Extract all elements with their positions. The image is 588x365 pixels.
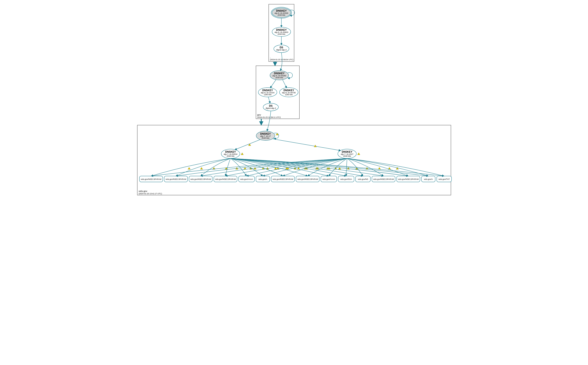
rrset-r7-label: vets.gov/NSEC3PARAM: [297, 178, 318, 180]
rrset-r9-label: vets.gov/SOA: [340, 178, 352, 180]
rrset-r12-label: vets.gov/NSEC3PARAM: [398, 178, 418, 180]
zone-gov-time: (2024-01-23 12:39:11 UTC): [257, 116, 281, 118]
edge-zsk2-r7: [308, 158, 347, 176]
warning-icon: !: [274, 167, 277, 169]
node-root-zsk: DNSKEY alg=8, id=30903 2048 bits: [272, 27, 291, 36]
dnssec-graph: . (2024-01-23 10:59:04 UTC) DNSKEY alg=8…: [135, 0, 453, 197]
edge-vets-ksk-zsk2: [273, 139, 341, 151]
svg-text:2048 bits: 2048 bits: [277, 14, 285, 16]
zone-vets-box: [137, 125, 451, 195]
svg-text:DNSKEY: DNSKEY: [274, 72, 284, 75]
svg-text:!: !: [339, 168, 340, 169]
zone-gov-label: gov: [257, 113, 261, 116]
svg-text:!: !: [201, 168, 202, 169]
svg-text:!: !: [379, 168, 379, 169]
zone-root-time: (2024-01-23 10:59:04 UTC): [270, 58, 294, 61]
warning-icon: !: [188, 167, 190, 169]
svg-text:!: !: [358, 153, 359, 155]
rrset-r3-label: vets.gov/NSEC3PARAM: [215, 178, 236, 180]
rrset-r8-label: vets.gov/AAAA: [322, 178, 335, 180]
svg-text:!: !: [226, 168, 226, 169]
svg-text:!: !: [286, 168, 287, 169]
svg-text:DNSKEY: DNSKEY: [276, 9, 287, 12]
rrset-r0-label: vets.gov/NSEC3PARAM: [141, 178, 161, 180]
svg-text:!: !: [315, 146, 315, 147]
svg-text:2048 bits: 2048 bits: [343, 155, 351, 157]
node-root-ksk: DNSKEY alg=8, id=20326 2048 bits: [271, 7, 292, 18]
node-vets-ksk: DNSKEY alg=7, id=17 2048 bits: [256, 131, 275, 140]
rrset-r14-label: vets.gov/TXT: [438, 178, 450, 180]
warning-icon: !: [248, 144, 251, 146]
warning-icon: !: [378, 167, 381, 169]
svg-text:!: !: [245, 168, 245, 169]
svg-text:digest alg=2: digest alg=2: [276, 49, 287, 51]
rrset-r10-label: vets.gov/NS: [358, 178, 368, 180]
node-vets-zsk1: DNSKEY alg=7, id=50534 2048 bits: [221, 149, 240, 158]
node-root-ds: DS digest alg=2: [274, 45, 289, 53]
node-gov-zsk2: DNSKEY alg=8, id=49735 1280 bits: [280, 88, 298, 97]
edge-gov-ksk-zsk2: [282, 79, 287, 88]
svg-text:!: !: [275, 168, 276, 169]
svg-text:!: !: [397, 168, 397, 169]
node-gov-zsk1: DNSKEY alg=8, id=10104 1280 bits: [258, 88, 277, 97]
node-gov-ksk: DNSKEY alg=8, id=64280 2048 bits: [270, 71, 289, 80]
svg-text:digest alg=2: digest alg=2: [266, 107, 276, 109]
zone-vets-time: (2024-01-23 13:41:17 UTC): [139, 193, 162, 195]
svg-text:!: !: [242, 153, 242, 155]
rrset-r1-label: vets.gov/NSEC3PARAM: [165, 178, 186, 180]
svg-text:DNSKEY: DNSKEY: [260, 132, 271, 135]
edge-zsk2-r8: [329, 158, 347, 176]
edge-zsk2-r14: [347, 158, 444, 176]
edge-gov-zsk1-ds: [268, 97, 270, 103]
svg-text:!: !: [189, 168, 189, 169]
svg-text:DNSKEY: DNSKEY: [283, 89, 294, 92]
svg-text:1280 bits: 1280 bits: [264, 93, 271, 96]
node-gov-ds: DS digest alg=2: [263, 103, 278, 111]
svg-text:DNSKEY: DNSKEY: [225, 150, 236, 153]
rrset-r6-label: vets.gov/NSEC3PARAM: [273, 178, 293, 180]
warning-icon: !: [357, 153, 360, 155]
svg-text:DNSKEY: DNSKEY: [342, 150, 352, 153]
svg-text:2048 bits: 2048 bits: [226, 155, 234, 157]
warning-icon: !: [200, 167, 203, 169]
warning-icon: !: [241, 153, 243, 155]
svg-text:1280 bits: 1280 bits: [285, 93, 293, 96]
svg-text:DS: DS: [280, 46, 283, 49]
edge-gov-ds-vets-ksk: [267, 111, 271, 131]
rrset-r13-label: vets.gov/A: [424, 178, 433, 180]
svg-text:2048 bits: 2048 bits: [261, 137, 269, 139]
rrset-r2-label: vets.gov/NSEC3PARAM: [190, 178, 211, 180]
edge-vets-ksk-zsk1: [235, 140, 260, 150]
svg-text:!: !: [249, 144, 250, 146]
zone-vets-label: vets.gov: [139, 190, 147, 192]
zone-root-label: .: [270, 56, 271, 58]
svg-text:!: !: [236, 168, 237, 169]
rrset-r4-label: vets.gov/AAAA: [240, 178, 253, 180]
svg-text:2048 bits: 2048 bits: [277, 33, 285, 35]
svg-text:DNSKEY: DNSKEY: [262, 89, 273, 92]
svg-text:DNSKEY: DNSKEY: [276, 28, 287, 31]
edge-gov-ksk-zsk1: [270, 79, 276, 88]
svg-text:!: !: [277, 133, 277, 135]
svg-text:2048 bits: 2048 bits: [275, 77, 283, 79]
rrset-r5-label: vets.gov/A: [258, 178, 267, 180]
svg-text:DS: DS: [269, 104, 273, 107]
warning-icon: !: [254, 167, 256, 169]
rrset-r11-label: vets.gov/NSEC3PARAM: [373, 178, 394, 180]
